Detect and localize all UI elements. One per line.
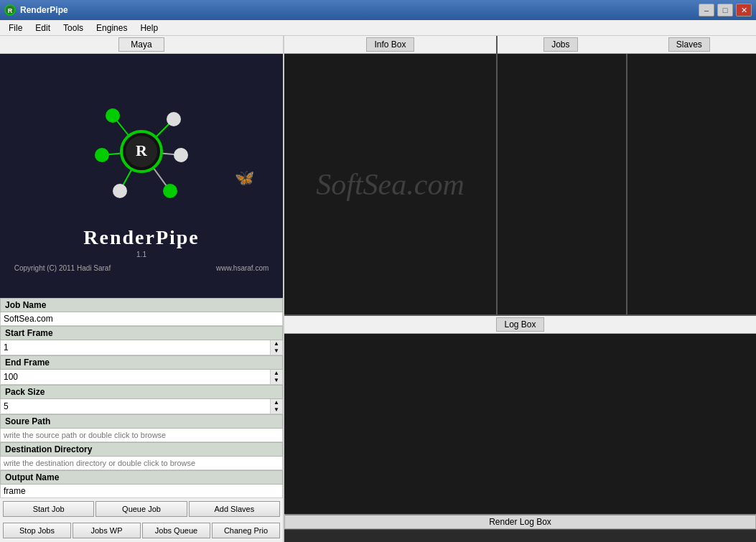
title-controls: – □ ✕ <box>699 4 752 17</box>
end-frame-arrows: ▲ ▼ <box>270 370 282 384</box>
title-bar-left: R RenderPipe <box>4 4 68 16</box>
menu-bar: File Edit Tools Engines Help <box>0 20 756 36</box>
log-box-header-row: Log Box <box>284 316 756 334</box>
log-box-label: Log Box <box>496 317 543 332</box>
output-name-input[interactable] <box>0 485 283 498</box>
main-content: Maya R <box>0 36 756 542</box>
pack-size-down[interactable]: ▼ <box>271 406 282 413</box>
pack-size-up[interactable]: ▲ <box>271 399 282 406</box>
form-area: Job Name Start Frame ▲ ▼ End Frame ▲ ▼ <box>0 298 283 542</box>
queue-job-button[interactable]: Queue Job <box>95 501 187 517</box>
logo-version: 1.1 <box>136 251 146 258</box>
log-box-area: Log Box <box>284 316 756 514</box>
right-top: Info Box SoftSea.com Jobs Slaves <box>284 36 756 316</box>
pack-size-spinner: ▲ ▼ <box>0 399 283 414</box>
render-log-bar: Render Log Box <box>284 514 756 529</box>
start-frame-input[interactable] <box>1 340 270 355</box>
start-frame-down[interactable]: ▼ <box>271 347 282 355</box>
source-path-input[interactable] <box>0 429 283 442</box>
close-button[interactable]: ✕ <box>736 4 752 17</box>
start-job-button[interactable]: Start Job <box>3 501 94 517</box>
butterfly-decoration: 🦋 <box>235 169 254 187</box>
info-box-header-row: Info Box <box>284 36 496 54</box>
start-frame-spinner: ▲ ▼ <box>0 340 283 355</box>
minimize-button[interactable]: – <box>699 4 714 17</box>
maximize-button[interactable]: □ <box>717 4 733 17</box>
buttons-row-1: Start Job Queue Job Add Slaves <box>0 498 283 520</box>
svg-point-11 <box>174 148 188 162</box>
start-frame-label: Start Frame <box>0 326 283 340</box>
bottom-scrollbar[interactable] <box>284 529 756 542</box>
maya-tab[interactable]: Maya <box>118 37 164 52</box>
right-bottom: Log Box Render Log Box <box>284 316 756 542</box>
svg-point-10 <box>95 148 109 162</box>
jobs-slaves-area: Jobs Slaves <box>498 36 756 314</box>
app-icon: R <box>4 4 16 16</box>
job-name-label: Job Name <box>0 298 283 312</box>
change-prio-button[interactable]: Chaneg Prio <box>212 523 280 538</box>
info-box-content: SoftSea.com <box>284 54 496 314</box>
pack-size-label: Pack Size <box>0 385 283 399</box>
jobs-column <box>498 54 627 314</box>
dest-dir-label: Destination Directory <box>0 442 283 457</box>
copyright-text: Copyright (C) 2011 Hadi Saraf <box>14 264 111 272</box>
menu-help[interactable]: Help <box>134 22 164 34</box>
start-frame-up[interactable]: ▲ <box>271 340 282 347</box>
menu-file[interactable]: File <box>3 22 28 34</box>
jobs-wp-button[interactable]: Jobs WP <box>73 523 141 538</box>
log-box-content <box>284 334 756 514</box>
pack-size-input[interactable] <box>1 399 270 413</box>
info-box-area: Info Box SoftSea.com <box>284 36 498 314</box>
job-name-input[interactable] <box>0 312 283 326</box>
logo-text: RenderPipe <box>83 226 200 249</box>
end-frame-down[interactable]: ▼ <box>271 377 282 384</box>
logo-svg: R <box>70 80 213 223</box>
svg-text:R: R <box>8 7 13 14</box>
title-bar: R RenderPipe – □ ✕ <box>0 0 756 20</box>
left-panel: Maya R <box>0 36 284 542</box>
svg-point-9 <box>167 112 181 126</box>
website-text: www.hsaraf.com <box>216 264 269 272</box>
end-frame-input[interactable] <box>1 370 270 384</box>
source-path-label: Soure Path <box>0 414 283 429</box>
buttons-row-2: Stop Jobs Jobs WP Jobs Queue Chaneg Prio <box>0 520 283 541</box>
window-title: RenderPipe <box>20 5 68 15</box>
jobs-label: Jobs <box>543 37 577 52</box>
jobs-slaves-header: Jobs Slaves <box>498 36 756 54</box>
slaves-label: Slaves <box>668 37 710 52</box>
end-frame-up[interactable]: ▲ <box>271 370 282 377</box>
jobs-queue-button[interactable]: Jobs Queue <box>142 523 210 538</box>
maya-tab-area: Maya <box>0 36 283 54</box>
jobs-slaves-content <box>498 54 756 314</box>
svg-text:R: R <box>136 141 148 159</box>
right-panel: Info Box SoftSea.com Jobs Slaves <box>284 36 756 542</box>
menu-tools[interactable]: Tools <box>57 22 89 34</box>
svg-point-8 <box>106 108 120 123</box>
logo-area: R RenderPipe 1.1 🦋 Copyright (C) 2011 Ha… <box>0 54 283 298</box>
stop-jobs-button[interactable]: Stop Jobs <box>3 523 71 538</box>
start-frame-arrows: ▲ ▼ <box>270 340 282 355</box>
dest-dir-input[interactable] <box>0 457 283 470</box>
svg-point-12 <box>113 184 127 198</box>
output-name-label: Output Name <box>0 470 283 485</box>
render-log-label: Render Log Box <box>489 517 551 527</box>
end-frame-spinner: ▲ ▼ <box>0 370 283 385</box>
pack-size-arrows: ▲ ▼ <box>270 399 282 413</box>
svg-point-13 <box>163 184 177 198</box>
slaves-column <box>627 54 756 314</box>
add-slaves-button[interactable]: Add Slaves <box>189 501 280 517</box>
info-box-label: Info Box <box>366 37 414 52</box>
menu-edit[interactable]: Edit <box>29 22 56 34</box>
end-frame-label: End Frame <box>0 355 283 370</box>
logo-copyright: Copyright (C) 2011 Hadi Saraf www.hsaraf… <box>14 264 269 272</box>
menu-engines[interactable]: Engines <box>90 22 133 34</box>
watermark: SoftSea.com <box>316 167 464 202</box>
